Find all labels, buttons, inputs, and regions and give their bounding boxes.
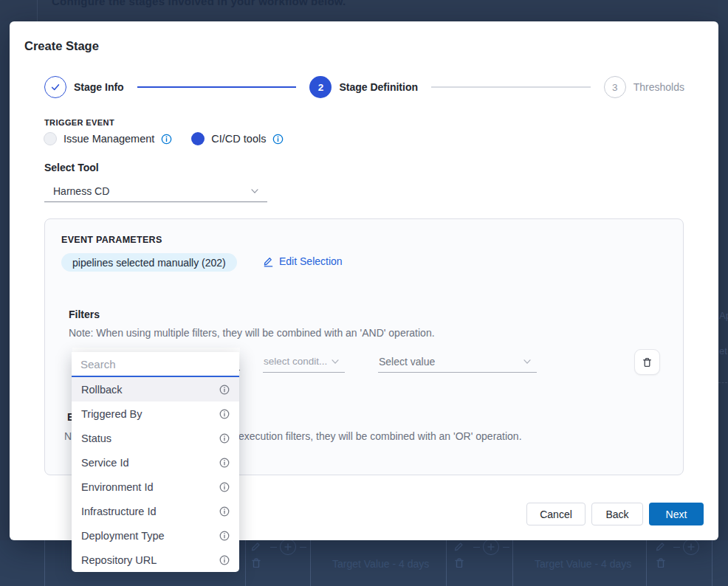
info-icon[interactable] <box>161 134 172 145</box>
screen: Configure the stages involved in your wo… <box>0 0 728 586</box>
info-icon[interactable] <box>219 458 230 468</box>
chevron-down-icon <box>330 356 340 367</box>
tool-select[interactable]: Harness CD <box>44 180 267 202</box>
property-dropdown-menu: Rollback Triggered By Status Service Id … <box>72 352 239 572</box>
dropdown-item-status[interactable]: Status <box>72 426 239 450</box>
radio-unselected-icon[interactable] <box>44 132 57 145</box>
filters-note: Note: When using multiple filters, they … <box>69 327 435 339</box>
dropdown-item-environment-id[interactable]: Environment Id <box>72 475 239 499</box>
check-icon <box>44 76 66 98</box>
plus-icon <box>280 540 296 555</box>
info-icon[interactable] <box>219 433 230 444</box>
edit-selection-label: Edit Selection <box>279 255 343 267</box>
dropdown-item-deployment-type[interactable]: Deployment Type <box>72 523 239 548</box>
step-number: 2 <box>309 76 332 98</box>
step-stage-info[interactable]: Stage Info <box>44 76 124 98</box>
dropdown-item-label: Infrastructure Id <box>81 506 157 517</box>
condition-select-placeholder: select condit... <box>264 356 327 367</box>
modal-title: Create Stage <box>24 39 99 53</box>
info-icon[interactable] <box>219 531 230 541</box>
next-button[interactable]: Next <box>649 503 704 525</box>
step-label: Stage Definition <box>339 81 418 93</box>
condition-select[interactable]: select condit... <box>263 351 345 373</box>
delete-filter-button[interactable] <box>634 349 660 375</box>
background-divider <box>37 0 38 21</box>
background-text-fragment: et <box>719 345 727 356</box>
select-tool-label: Select Tool <box>44 162 99 173</box>
background-dashed-line <box>718 382 727 383</box>
dropdown-item-triggered-by[interactable]: Triggered By <box>72 401 239 426</box>
info-icon[interactable] <box>219 409 230 419</box>
radio-selected-icon[interactable] <box>191 132 205 145</box>
stepper: Stage Info 2 Stage Definition 3 Threshol… <box>44 76 684 98</box>
radio-label: CI/CD tools <box>211 133 266 145</box>
cancel-button[interactable]: Cancel <box>526 503 586 525</box>
chevron-down-icon <box>522 356 532 367</box>
dropdown-item-label: Deployment Type <box>81 530 165 542</box>
trash-icon <box>642 356 653 368</box>
trash-icon <box>655 557 665 568</box>
plus-icon <box>483 540 499 555</box>
info-icon[interactable] <box>219 506 230 517</box>
dropdown-item-repository-url[interactable]: Repository URL <box>72 548 239 572</box>
dimmed-connector <box>300 547 306 548</box>
info-icon[interactable] <box>219 482 230 492</box>
dimmed-card-label: Target Value - 4 days <box>535 558 631 570</box>
edit-pencil-icon <box>655 541 665 551</box>
value-select[interactable]: Select value <box>378 351 537 373</box>
plus-icon <box>683 540 699 555</box>
step-label: Stage Info <box>74 81 124 93</box>
dropdown-item-label: Triggered By <box>81 408 142 420</box>
dimmed-stage-card <box>712 540 728 586</box>
trash-icon <box>453 557 464 568</box>
info-icon[interactable] <box>272 134 284 145</box>
tool-select-value: Harness CD <box>53 185 109 197</box>
background-top-strip: Configure the stages involved in your wo… <box>0 0 728 21</box>
chevron-down-icon <box>250 186 260 196</box>
info-icon[interactable] <box>219 555 230 565</box>
step-number: 3 <box>604 76 626 98</box>
step-thresholds[interactable]: 3 Thresholds <box>604 76 684 98</box>
dropdown-search-row <box>72 352 239 377</box>
stepper-connector <box>137 86 297 88</box>
search-input[interactable] <box>72 358 239 370</box>
trigger-event-label: TRIGGER EVENT <box>44 118 114 127</box>
radio-cicd-tools[interactable]: CI/CD tools <box>191 132 284 145</box>
dropdown-item-label: Service Id <box>81 457 128 469</box>
dimmed-connector <box>673 547 680 548</box>
edit-pencil-icon <box>250 541 261 551</box>
background-right-strip: Ap et <box>718 0 728 586</box>
dropdown-item-infrastructure-id[interactable]: Infrastructure Id <box>72 499 239 523</box>
dropdown-item-label: Repository URL <box>81 554 157 566</box>
edit-pencil-icon <box>263 256 274 267</box>
execution-filters-note-fragment: execution filters, they will be combined… <box>238 430 522 442</box>
edit-selection-link[interactable]: Edit Selection <box>263 255 343 267</box>
dimmed-card-label: Target Value - 4 days <box>332 558 429 570</box>
radio-issue-management[interactable]: Issue Management <box>44 132 172 145</box>
trigger-event-options: Issue Management CI/CD tools <box>44 132 284 145</box>
step-label: Thresholds <box>633 81 684 93</box>
value-select-placeholder: Select value <box>379 356 435 368</box>
dropdown-item-rollback[interactable]: Rollback <box>72 377 239 401</box>
step-stage-definition[interactable]: 2 Stage Definition <box>309 76 418 98</box>
stepper-connector <box>431 86 591 88</box>
background-page-heading: Configure the stages involved in your wo… <box>52 0 346 7</box>
dropdown-item-label: Status <box>81 432 111 444</box>
info-icon[interactable] <box>219 385 230 395</box>
trash-icon <box>250 557 261 568</box>
radio-label: Issue Management <box>63 133 154 145</box>
dropdown-item-label: Rollback <box>81 384 123 396</box>
dimmed-connector <box>270 547 277 548</box>
execution-filters-note-fragment: N <box>64 430 72 442</box>
dimmed-connector <box>503 547 509 548</box>
background-text-fragment: Ap <box>719 310 728 321</box>
back-button[interactable]: Back <box>591 503 643 525</box>
edit-pencil-icon <box>453 541 464 551</box>
filters-heading: Filters <box>69 308 100 320</box>
selection-pill: pipelines selected manually (202) <box>61 253 237 272</box>
dropdown-item-label: Environment Id <box>81 481 154 493</box>
dimmed-connector <box>473 547 480 548</box>
dropdown-item-service-id[interactable]: Service Id <box>72 450 239 475</box>
event-parameters-heading: EVENT PARAMETERS <box>61 235 162 245</box>
